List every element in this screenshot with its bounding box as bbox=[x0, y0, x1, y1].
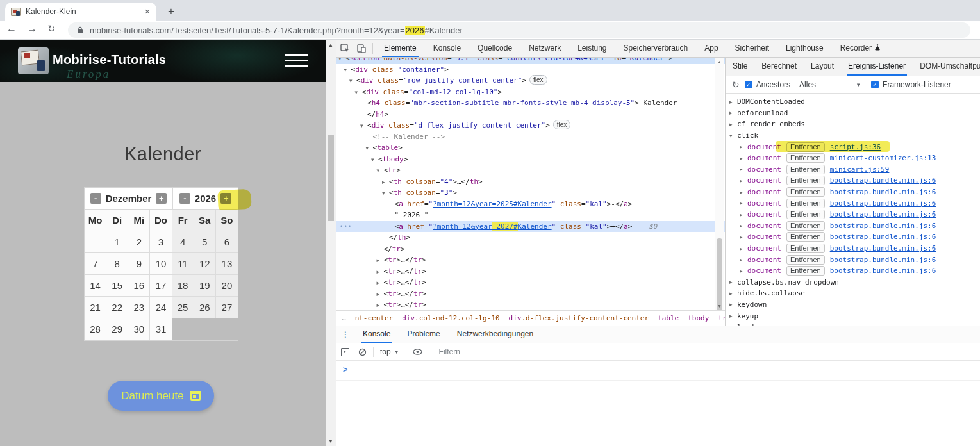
calendar-day-cell[interactable]: 21 bbox=[85, 297, 106, 318]
calendar-day-cell[interactable]: 5 bbox=[194, 231, 216, 253]
site-brand[interactable]: Mobirise-Tutorials bbox=[53, 53, 166, 67]
console-prompt[interactable]: > bbox=[343, 365, 348, 374]
listener-source-link[interactable]: bootstrap.bundle.min.js:6 bbox=[830, 256, 936, 264]
twisty-collapsed-icon[interactable]: ▸ bbox=[740, 211, 747, 218]
listener-handler-row[interactable]: ▸documentEntfernenbootstrap.bundle.min.j… bbox=[726, 186, 980, 198]
elements-tree-row[interactable]: ▸<tr>…</tr> bbox=[336, 277, 725, 288]
remove-listener-button[interactable]: Entfernen bbox=[786, 255, 825, 265]
listener-handler-row[interactable]: ▸documentEntfernenminicart-customizer.js… bbox=[726, 153, 980, 164]
scroll-up-icon[interactable]: ▲ bbox=[326, 40, 336, 50]
listener-handler-row[interactable]: ▸documentEntfernenbootstrap.bundle.min.j… bbox=[726, 231, 980, 243]
calendar-day-cell[interactable]: 25 bbox=[172, 297, 194, 318]
calendar-day-cell[interactable]: 6 bbox=[216, 231, 238, 253]
scrollbar-thumb[interactable] bbox=[328, 135, 334, 221]
twisty-collapsed-icon[interactable]: ▸ bbox=[729, 290, 737, 297]
twisty-collapsed-icon[interactable]: ▸ bbox=[382, 177, 389, 188]
calendar-day-cell[interactable]: 7 bbox=[85, 253, 106, 275]
scroll-down-icon[interactable]: ▼ bbox=[715, 302, 724, 310]
listener-source-link[interactable]: bootstrap.bundle.min.js:6 bbox=[830, 222, 936, 230]
twisty-collapsed-icon[interactable]: ▸ bbox=[377, 289, 384, 301]
listener-event-row[interactable]: ▸collapse.bs.nav-dropdown bbox=[726, 277, 980, 288]
drawer-tab-netzwerkbedingungen[interactable]: Netzwerkbedingungen bbox=[456, 326, 535, 343]
listener-event-row[interactable]: ▸cf_render_embeds bbox=[726, 119, 980, 130]
elements-tree-row[interactable]: ▸<tr>…</tr> bbox=[336, 254, 725, 266]
listener-source-link[interactable]: bootstrap.bundle.min.js:6 bbox=[830, 199, 936, 208]
calendar-day-cell[interactable]: 10 bbox=[150, 253, 172, 275]
listener-source-link[interactable]: bootstrap.bundle.min.js:6 bbox=[830, 267, 936, 275]
console-filter-input[interactable]: Filtern bbox=[439, 347, 460, 356]
calendar-day-cell[interactable]: 14 bbox=[85, 275, 106, 297]
console-sidebar-icon[interactable]: ▸ bbox=[341, 348, 349, 356]
sidebar-tab-ereignis-listener[interactable]: Ereignis-Listener bbox=[847, 58, 907, 76]
listener-source-link[interactable]: bootstrap.bundle.min.js:6 bbox=[830, 244, 936, 252]
twisty-collapsed-icon[interactable]: ▸ bbox=[740, 189, 747, 195]
twisty-collapsed-icon[interactable]: ▸ bbox=[740, 268, 747, 274]
breadcrumb-item[interactable]: table bbox=[658, 314, 679, 322]
elements-tree-row[interactable]: " 2026 " bbox=[336, 210, 725, 221]
refresh-icon[interactable]: ↻ bbox=[732, 79, 740, 90]
row-actions-icon[interactable]: ••• bbox=[340, 221, 352, 233]
clear-console-icon[interactable] bbox=[358, 348, 367, 356]
devtools-tab-lighthouse[interactable]: Lighthouse bbox=[784, 40, 826, 57]
listener-event-row[interactable]: ▸keydown bbox=[726, 299, 980, 311]
elements-tree-row[interactable]: ▾<th colspan="3"> bbox=[336, 187, 725, 199]
listener-handler-row[interactable]: ▸documentEntfernenscript.js:36 bbox=[726, 141, 980, 153]
elements-tree-row[interactable]: <!-- Kalender --> bbox=[336, 131, 725, 143]
sidebar-tab-berechnet[interactable]: Berechnet bbox=[760, 58, 798, 76]
listener-event-row[interactable]: ▾click bbox=[726, 130, 980, 142]
remove-listener-button[interactable]: Entfernen bbox=[786, 165, 825, 174]
remove-listener-button[interactable]: Entfernen bbox=[786, 232, 825, 242]
listener-event-row[interactable]: ▸keyup bbox=[726, 310, 980, 322]
prev-month-button[interactable]: - bbox=[90, 193, 101, 204]
twisty-collapsed-icon[interactable]: ▸ bbox=[740, 166, 747, 172]
twisty-collapsed-icon[interactable]: ▸ bbox=[740, 200, 747, 206]
listener-filter-select[interactable]: Alles▼ bbox=[799, 80, 861, 89]
elements-tree-row[interactable]: ▸<tr>…</tr> bbox=[336, 299, 725, 310]
twisty-collapsed-icon[interactable]: ▸ bbox=[740, 234, 747, 240]
drawer-tab-probleme[interactable]: Probleme bbox=[406, 326, 441, 343]
live-expression-eye-icon[interactable] bbox=[413, 349, 422, 355]
scroll-down-icon[interactable]: ▼ bbox=[326, 436, 336, 446]
devtools-tab-netzwerk[interactable]: Netzwerk bbox=[527, 40, 563, 57]
elements-tree-row[interactable]: ▾<div class="col-md-12 col-lg-10"> bbox=[336, 87, 725, 98]
devtools-tab-elemente[interactable]: Elemente bbox=[382, 40, 419, 57]
remove-listener-button[interactable]: Entfernen bbox=[786, 210, 825, 219]
twisty-expanded-icon[interactable]: ▾ bbox=[344, 65, 351, 76]
calendar-day-cell[interactable]: 15 bbox=[106, 275, 128, 297]
elements-tree-row[interactable]: ▾<tbody> bbox=[336, 154, 725, 165]
calendar-day-cell[interactable]: 9 bbox=[128, 253, 150, 275]
calendar-day-cell[interactable]: 27 bbox=[216, 297, 238, 318]
calendar-day-cell[interactable]: 16 bbox=[128, 275, 150, 297]
listener-handler-row[interactable]: ▸documentEntfernenbootstrap.bundle.min.j… bbox=[726, 220, 980, 232]
listener-source-link[interactable]: minicart-customizer.js:13 bbox=[830, 154, 936, 162]
devtools-tab-konsole[interactable]: Konsole bbox=[431, 40, 463, 57]
calendar-day-cell[interactable]: 29 bbox=[106, 318, 128, 340]
lock-icon[interactable] bbox=[77, 26, 83, 34]
reload-icon[interactable]: ↻ bbox=[47, 23, 56, 35]
devtools-tab-speicherverbrauch[interactable]: Speicherverbrauch bbox=[622, 40, 690, 57]
twisty-collapsed-icon[interactable]: ▸ bbox=[729, 121, 737, 128]
remove-listener-button[interactable]: Entfernen bbox=[786, 244, 825, 253]
sidebar-tab-dom-umschaltpunkte[interactable]: DOM-Umschaltpunkte bbox=[918, 58, 980, 76]
listener-handler-row[interactable]: ▸documentEntfernenbootstrap.bundle.min.j… bbox=[726, 209, 980, 220]
listener-event-row[interactable]: ▸hide.bs.collapse bbox=[726, 288, 980, 299]
elements-tree-row[interactable]: ▸<tr>…</tr> bbox=[336, 288, 725, 300]
elements-tree-row[interactable]: ▾<div class="row justify-content-center"… bbox=[336, 75, 725, 87]
calendar-day-cell[interactable]: 2 bbox=[128, 231, 150, 253]
flex-badge[interactable]: flex bbox=[529, 75, 547, 85]
elements-tree-row[interactable]: <h4 class="mbr-section-subtitle mbr-font… bbox=[336, 97, 725, 109]
calendar-day-cell[interactable]: 26 bbox=[194, 297, 216, 318]
forward-icon[interactable]: → bbox=[27, 23, 37, 35]
elements-tree-row[interactable]: </th> bbox=[336, 232, 725, 244]
twisty-collapsed-icon[interactable]: ▸ bbox=[377, 255, 384, 267]
twisty-expanded-icon[interactable]: ▾ bbox=[366, 143, 373, 154]
elements-tree-row[interactable]: <a href="?month=12&year=2025#Kalender" c… bbox=[336, 199, 725, 210]
elements-tree-row[interactable]: ▾<div class="container"> bbox=[336, 64, 725, 76]
elements-tree-row[interactable]: ▾<table> bbox=[336, 142, 725, 154]
elements-tree-row[interactable]: ▾<div class="d-flex justify-content-cent… bbox=[336, 120, 725, 131]
twisty-collapsed-icon[interactable]: ▸ bbox=[377, 300, 384, 310]
calendar-day-cell[interactable]: 22 bbox=[106, 297, 128, 318]
listener-source-link[interactable]: bootstrap.bundle.min.js:6 bbox=[830, 210, 936, 219]
tab-close-icon[interactable]: × bbox=[144, 6, 151, 17]
elements-tree-row[interactable]: •••<a href="?month=12&year=2027#Kalender… bbox=[336, 221, 725, 233]
